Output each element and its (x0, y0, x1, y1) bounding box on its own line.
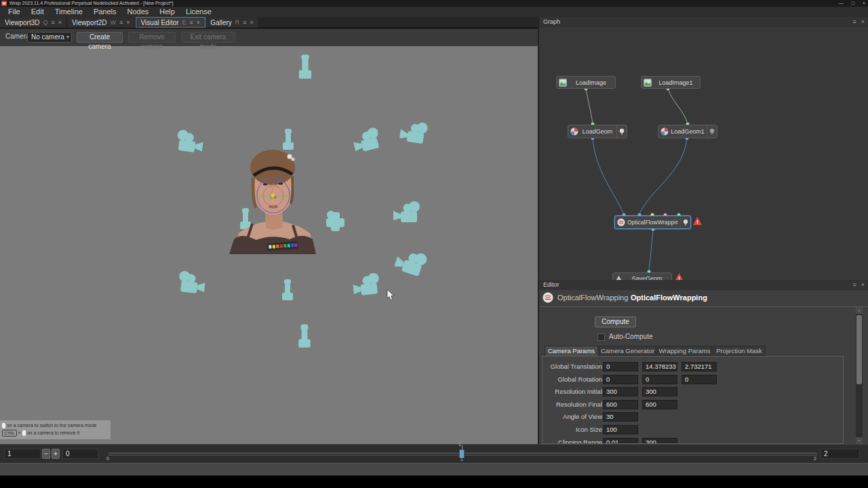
param-input[interactable]: 100 (603, 425, 638, 434)
tab-close-icon[interactable]: × (250, 19, 254, 26)
maximize-button[interactable]: □ (852, 0, 854, 7)
node-label: LoadGeom (580, 128, 614, 135)
camera-icon[interactable] (283, 129, 294, 150)
graph-node-loadimage[interactable]: LoadImage (556, 76, 616, 89)
param-input[interactable]: 0 (603, 362, 638, 371)
ctrl-keycap: CTRL (2, 430, 17, 436)
graph-node-loadgeom[interactable]: LoadGeom (568, 125, 627, 138)
graph-node-loadgeom1[interactable]: LoadGeom1 (658, 125, 717, 138)
tab-close-icon[interactable]: × (58, 19, 62, 26)
tab-menu-icon[interactable]: ≡ (52, 19, 55, 26)
tab-projection-mask[interactable]: Projection Mask (713, 346, 766, 356)
tab-menu-icon[interactable]: ≡ (119, 19, 123, 26)
tab-label: Visual Editor (141, 19, 179, 26)
param-input[interactable]: 300 (603, 387, 638, 396)
param-input[interactable]: 600 (603, 400, 638, 409)
param-input[interactable]: 14.378233 (642, 362, 677, 371)
camera-icon[interactable] (393, 247, 428, 278)
app-logo-icon: W (1, 1, 7, 6)
camera-icon[interactable] (282, 279, 293, 300)
param-input[interactable]: 0 (642, 375, 677, 384)
panel-menu-icon[interactable]: ≡ (852, 280, 856, 290)
graph-node-loadimage1[interactable]: LoadImage1 (641, 76, 701, 89)
tab-wrapping-params[interactable]: Wrapping Params (657, 346, 712, 356)
hint-plus: + (18, 430, 21, 435)
tab-viewport3d[interactable]: Viewport3D Q ≡ × (0, 17, 67, 28)
close-button[interactable]: × (863, 0, 865, 7)
camera-icon[interactable] (326, 211, 344, 231)
menu-license[interactable]: License (180, 7, 217, 17)
compute-button[interactable]: Compute (595, 317, 636, 327)
param-input[interactable]: 0 (682, 375, 717, 384)
timeline-bar: 1 − + 0 1 0 1 2 2 (0, 444, 868, 463)
editor-node-type: OpticalFlowWrapping (557, 293, 628, 302)
scrollbar-thumb[interactable] (856, 315, 862, 384)
svg-text:!: ! (678, 275, 680, 280)
camera-icon[interactable] (298, 325, 311, 348)
camera-icon[interactable] (299, 54, 311, 79)
menu-edit[interactable]: Edit (26, 7, 50, 17)
timeline-marker-label: 1 (458, 442, 461, 447)
lightbulb-icon[interactable] (707, 125, 715, 138)
menu-timeline[interactable]: Timeline (50, 7, 88, 17)
param-input[interactable]: 2.732171 (682, 362, 717, 371)
param-row: Clipping Range 0.01 300 (542, 438, 843, 444)
editor-scrollbar[interactable]: ▪ ▪ (856, 307, 863, 444)
auto-compute-checkbox[interactable] (597, 333, 605, 341)
create-camera-button[interactable]: Create camera (77, 32, 123, 43)
param-input[interactable]: 300 (642, 438, 677, 444)
lightbulb-icon[interactable] (616, 125, 625, 138)
camera-icon[interactable] (393, 201, 420, 222)
param-input[interactable]: 300 (642, 387, 677, 396)
tab-visual-editor[interactable]: Visual Editor E ≡ × (136, 17, 206, 28)
scroll-up-icon[interactable]: ▪ (856, 307, 863, 314)
menu-panels[interactable]: Panels (88, 7, 122, 17)
param-input[interactable]: 0 (603, 375, 638, 384)
camera-select-dropdown[interactable]: No camera ▾ (27, 32, 72, 43)
status-bar (0, 463, 868, 476)
camera-icon[interactable] (399, 120, 429, 144)
param-row: Global Rotation 0 0 0 (542, 375, 843, 384)
camera-icon[interactable] (176, 129, 205, 153)
camera-icon[interactable] (240, 208, 251, 229)
param-input[interactable]: 30 (603, 412, 638, 422)
param-label: Resolution Final (545, 400, 602, 409)
frame-decrement-button[interactable]: − (42, 449, 50, 459)
frame-increment-button[interactable]: + (52, 449, 60, 459)
tab-viewport2d[interactable]: Viewport2D W ≡ × (67, 17, 136, 28)
graph-node-opticalflowwrapping[interactable]: OpticalFlowWrapping (614, 216, 691, 229)
tab-close-icon[interactable]: × (126, 19, 130, 26)
tab-close-icon[interactable]: × (197, 19, 200, 26)
menu-help[interactable]: Help (154, 7, 180, 17)
param-input[interactable]: 600 (642, 400, 677, 409)
lightbulb-icon[interactable] (680, 216, 688, 228)
tab-menu-icon[interactable]: ≡ (243, 19, 246, 26)
scene-canvas[interactable] (0, 28, 538, 444)
minimize-button[interactable]: — (839, 0, 844, 7)
scroll-down-icon[interactable]: ▪ (856, 437, 863, 444)
tab-gallery[interactable]: Gallery R ≡ × (205, 17, 259, 28)
range-start-input[interactable]: 0 (62, 449, 98, 459)
camera-icon[interactable] (178, 270, 206, 294)
app-window: W Wrap 2023.11.4 Professional Perpetual … (0, 0, 868, 488)
frame-input[interactable]: 1 (4, 449, 41, 459)
camera-icon[interactable] (351, 127, 382, 154)
face-model[interactable] (229, 150, 316, 254)
tab-camera-params[interactable]: Camera Params (545, 346, 598, 356)
tab-camera-generator[interactable]: Camera Generator (599, 346, 656, 356)
menu-file[interactable]: File (3, 7, 26, 17)
tab-menu-icon[interactable]: ≡ (190, 19, 193, 26)
panel-menu-icon[interactable]: ≡ (852, 17, 856, 27)
param-input[interactable]: 0.01 (603, 438, 638, 444)
menu-nodes[interactable]: Nodes (122, 7, 155, 17)
image-icon (559, 79, 567, 87)
range-end-input[interactable]: 2 (821, 449, 860, 459)
panel-close-icon[interactable]: × (861, 280, 865, 290)
viewport-3d[interactable]: Camera No camera ▾ Create camera Remove … (0, 28, 538, 444)
graph-panel-title: Graph (543, 18, 560, 25)
camera-icon[interactable] (352, 272, 380, 296)
tab-label: Viewport2D (72, 19, 107, 26)
graph-node-savegeom[interactable]: SaveGeom (612, 272, 672, 280)
panel-close-icon[interactable]: × (861, 17, 865, 27)
param-row: Resolution Initial 300 300 (542, 387, 843, 396)
